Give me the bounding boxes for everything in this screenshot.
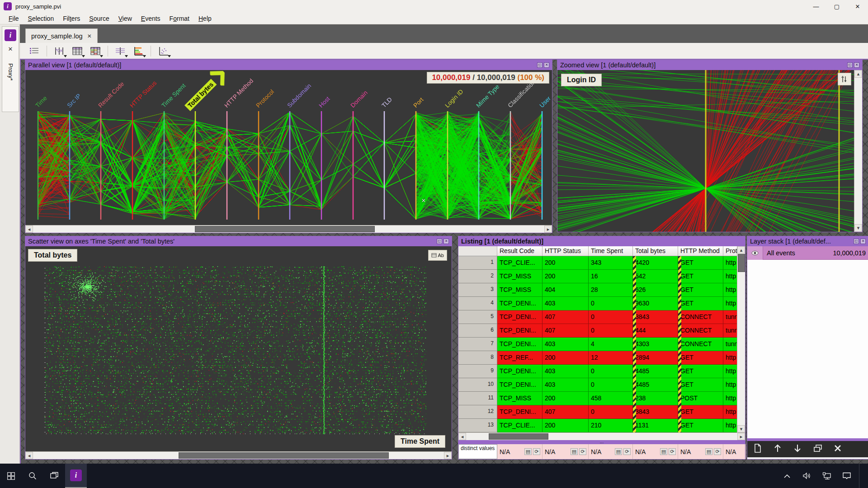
parallel-coordinates-canvas[interactable] (25, 70, 552, 225)
panel-detach-icon[interactable]: ◱ (847, 62, 853, 68)
table-row[interactable]: 12TCP_DENI...40703843GEThttp (458, 405, 738, 419)
layer-row-all-events[interactable]: All events 10,000,019 (747, 246, 868, 260)
refresh-icon[interactable]: ⟳ (623, 448, 631, 455)
panel-close-icon[interactable]: ✕ (854, 62, 859, 68)
scroll-left-arrow[interactable]: ◂ (25, 452, 33, 459)
table-row[interactable]: 4TCP_DENI...40309630GEThttp (458, 297, 738, 310)
table-row[interactable]: 6TCP_DENI...4070444CONNECTtunn (458, 324, 738, 338)
panel-close-icon[interactable]: ✕ (860, 239, 866, 244)
scroll-right-arrow[interactable]: ▸ (444, 452, 452, 459)
listing-splitter[interactable]: ... (458, 440, 745, 444)
new-layer-button[interactable] (754, 444, 762, 455)
menu-events[interactable]: Events (137, 14, 165, 23)
listing-titlebar[interactable]: Listing [1 (default/default)] (458, 236, 745, 246)
table-row[interactable]: 13TCP_CLIE...2002101131GEThttp (458, 419, 738, 432)
refresh-icon[interactable]: ⟳ (669, 448, 676, 455)
taskbar-app-proxy[interactable]: i (65, 464, 87, 488)
parallel-hscrollbar[interactable]: ◂ ▸ (25, 225, 552, 233)
list-values-icon[interactable]: ▤ (660, 448, 667, 455)
action-center-button[interactable] (839, 464, 854, 488)
table-row[interactable]: 5TCP_DENI...40703843CONNECTtunn (458, 310, 738, 324)
menu-file[interactable]: File (5, 14, 23, 23)
sidebar-tab-proxy[interactable]: i ✕ Proxy* (2, 26, 19, 112)
tab-close-icon[interactable]: ✕ (87, 33, 92, 39)
listing-hscrollbar[interactable]: ◂ ▸ (458, 432, 745, 440)
scatter-plot[interactable]: Total bytes Ab Time Spent (25, 246, 452, 451)
column-header-prot[interactable]: Prot (723, 246, 738, 256)
tray-expand-button[interactable] (779, 464, 795, 488)
zoomed-vscrollbar[interactable]: ▴ ▾ (854, 70, 862, 232)
move-layer-up-button[interactable] (774, 444, 782, 455)
zoomed-canvas[interactable] (557, 70, 854, 232)
panel-detach-icon[interactable]: ◱ (437, 239, 442, 244)
refresh-icon[interactable]: ⟳ (714, 448, 721, 455)
list-values-icon[interactable]: ▤ (705, 448, 712, 455)
start-button[interactable] (0, 464, 22, 488)
menu-help[interactable]: Help (194, 14, 216, 23)
histogram-view-button[interactable] (130, 44, 146, 58)
scroll-up-arrow[interactable]: ▴ (854, 70, 862, 78)
layer-stack-titlebar[interactable]: Layer stack [1 (default/def... ◱ ✕ (747, 236, 868, 246)
zoomed-view-titlebar[interactable]: Zoomed view [1 (default/default)] ◱ ✕ (557, 60, 862, 70)
labels-toggle-button[interactable]: Ab (428, 250, 447, 261)
list-values-icon[interactable]: ▤ (615, 448, 622, 455)
scroll-right-arrow[interactable]: ▸ (737, 433, 745, 440)
axis-fit-button[interactable] (838, 73, 851, 85)
table-row[interactable]: 2TCP_MISS20016542GEThttp (458, 270, 738, 283)
menu-view[interactable]: View (114, 14, 136, 23)
menu-source[interactable]: Source (85, 14, 113, 23)
table-row[interactable]: 9TCP_DENI...40304485GEThttp (458, 365, 738, 378)
listing-vscrollbar[interactable]: ▴▾ (737, 246, 745, 432)
maximize-button[interactable]: ▢ (826, 0, 847, 13)
colored-table-view-button[interactable] (87, 44, 104, 58)
scatter-hscrollbar[interactable]: ◂ ▸ (25, 451, 452, 459)
scroll-down-arrow[interactable]: ▾ (737, 425, 745, 432)
zoomed-view-plot[interactable]: Login ID ▴ ▾ (557, 70, 862, 232)
refresh-icon[interactable]: ⟳ (579, 448, 586, 455)
column-header-time-spent[interactable]: Time Spent (589, 246, 633, 256)
scroll-left-arrow[interactable]: ◂ (25, 225, 33, 233)
panel-detach-icon[interactable]: ◱ (854, 239, 859, 244)
scatter-view-titlebar[interactable]: Scatter view on axes 'Time Spent' and 'T… (25, 236, 452, 246)
duplicate-layer-button[interactable] (813, 444, 822, 454)
list-values-icon[interactable]: ▤ (524, 448, 532, 455)
table-row[interactable]: 10TCP_DENI...40304485GEThttp (458, 378, 738, 392)
tab-proxy-sample-log[interactable]: proxy_sample.log ✕ (25, 28, 98, 43)
scroll-thumb[interactable] (195, 226, 375, 232)
scroll-thumb[interactable] (489, 433, 548, 440)
column-header-total-bytes[interactable]: Total bytes (633, 246, 678, 256)
show-desktop-button[interactable] (859, 464, 862, 488)
table-row[interactable]: 8TCP_REF...200122894GEThttp (458, 351, 738, 365)
scatter-canvas[interactable] (44, 266, 426, 434)
refresh-icon[interactable]: ⟳ (533, 448, 540, 455)
minimize-button[interactable]: — (806, 0, 826, 13)
parallel-view-titlebar[interactable]: Parallel view [1 (default/default)] ◱ ✕ (25, 60, 552, 70)
menu-selection[interactable]: Selection (24, 14, 58, 23)
search-button[interactable] (22, 464, 43, 488)
table-row[interactable]: 7TCP_DENI...40344303CONNECTtunn (458, 338, 738, 351)
sidebar-tab-close-icon[interactable]: ✕ (8, 46, 13, 52)
menu-format[interactable]: Format (165, 14, 193, 23)
task-view-button[interactable] (43, 464, 65, 488)
scroll-left-arrow[interactable]: ◂ (458, 433, 466, 440)
axes-view-button[interactable] (112, 44, 128, 58)
close-button[interactable]: ✕ (847, 0, 868, 13)
table-view-button[interactable] (69, 44, 85, 58)
scroll-right-arrow[interactable]: ▸ (544, 225, 552, 233)
column-header-http-method[interactable]: HTTP Method (678, 246, 723, 256)
list-values-icon[interactable]: ▤ (571, 448, 578, 455)
panel-close-icon[interactable]: ✕ (544, 62, 549, 68)
table-row[interactable]: 1TCP_CLIE...2003434420GEThttp (458, 256, 738, 270)
layer-visibility-cell[interactable] (747, 246, 763, 260)
column-header-http-status[interactable]: HTTP Status (542, 246, 589, 256)
table-row[interactable]: 11TCP_MISS200458238POSThttp (458, 392, 738, 405)
panel-close-icon[interactable]: ✕ (443, 239, 449, 244)
scatter-view-button[interactable] (155, 44, 171, 58)
scroll-up-arrow[interactable]: ▴ (737, 246, 745, 253)
menu-filters[interactable]: Filters (59, 14, 84, 23)
volume-button[interactable] (799, 464, 815, 488)
scroll-thumb[interactable] (179, 452, 389, 459)
scroll-thumb[interactable] (738, 254, 745, 272)
move-layer-down-button[interactable] (793, 444, 802, 455)
event-list-button[interactable] (26, 44, 42, 58)
